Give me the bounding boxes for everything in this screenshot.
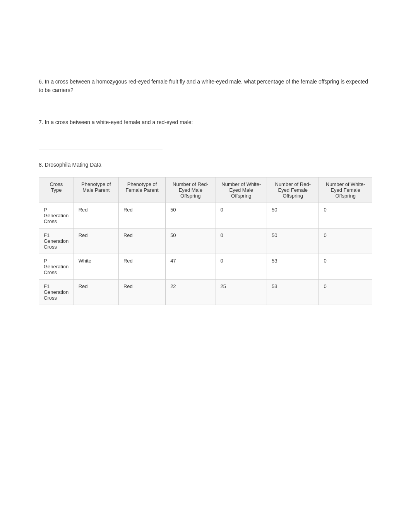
col-red-male: Number of Red-Eyed Male Offspring (166, 177, 216, 203)
cell-cross-type: F1 Generation Cross (39, 228, 74, 254)
cell-red-male: 47 (166, 254, 216, 280)
cell-white-female: 0 (319, 254, 372, 280)
cell-male-phenotype: Red (74, 228, 118, 254)
cell-white-male: 25 (216, 280, 267, 305)
col-red-female: Number of Red-Eyed Female Offspring (267, 177, 319, 203)
cell-male-phenotype: Red (74, 280, 118, 305)
col-cross-type: Cross Type (39, 177, 74, 203)
col-female-phenotype: Phenotype of Female Parent (118, 177, 165, 203)
cell-female-phenotype: Red (118, 228, 165, 254)
cell-red-male: 50 (166, 203, 216, 228)
table-row: F1 Generation CrossRedRed500500 (39, 228, 372, 254)
cell-male-phenotype: White (74, 254, 118, 280)
cell-red-male: 22 (166, 280, 216, 305)
cell-red-female: 50 (267, 203, 319, 228)
cell-red-male: 50 (166, 228, 216, 254)
cell-cross-type: P Generation Cross (39, 203, 74, 228)
cell-female-phenotype: Red (118, 280, 165, 305)
question-7-text: 7. In a cross between a white-eyed femal… (39, 118, 372, 126)
cell-red-female: 53 (267, 254, 319, 280)
section-8-title: 8. Drosophila Mating Data (39, 162, 372, 168)
col-white-female: Number of White-Eyed Female Offspring (319, 177, 372, 203)
cell-white-female: 0 (319, 203, 372, 228)
cell-red-female: 50 (267, 228, 319, 254)
cell-white-male: 0 (216, 254, 267, 280)
section-divider (39, 150, 163, 150)
page-container: 6. In a cross between a homozygous red-e… (0, 0, 411, 328)
col-white-male: Number of White-Eyed Male Offspring (216, 177, 267, 203)
cell-cross-type: F1 Generation Cross (39, 280, 74, 305)
table-header-row: Cross Type Phenotype of Male Parent Phen… (39, 177, 372, 203)
cell-female-phenotype: Red (118, 203, 165, 228)
col-male-phenotype: Phenotype of Male Parent (74, 177, 118, 203)
cell-white-male: 0 (216, 203, 267, 228)
question-6: 6. In a cross between a homozygous red-e… (39, 77, 372, 95)
cell-white-male: 0 (216, 228, 267, 254)
cell-red-female: 53 (267, 280, 319, 305)
question-7: 7. In a cross between a white-eyed femal… (39, 118, 372, 126)
cell-male-phenotype: Red (74, 203, 118, 228)
table-row: F1 Generation CrossRedRed2225530 (39, 280, 372, 305)
question-6-text: 6. In a cross between a homozygous red-e… (39, 77, 372, 95)
cell-white-female: 0 (319, 228, 372, 254)
table-row: P Generation CrossWhiteRed470530 (39, 254, 372, 280)
mating-data-table: Cross Type Phenotype of Male Parent Phen… (39, 177, 372, 305)
cell-female-phenotype: Red (118, 254, 165, 280)
cell-white-female: 0 (319, 280, 372, 305)
table-row: P Generation CrossRedRed500500 (39, 203, 372, 228)
cell-cross-type: P Generation Cross (39, 254, 74, 280)
